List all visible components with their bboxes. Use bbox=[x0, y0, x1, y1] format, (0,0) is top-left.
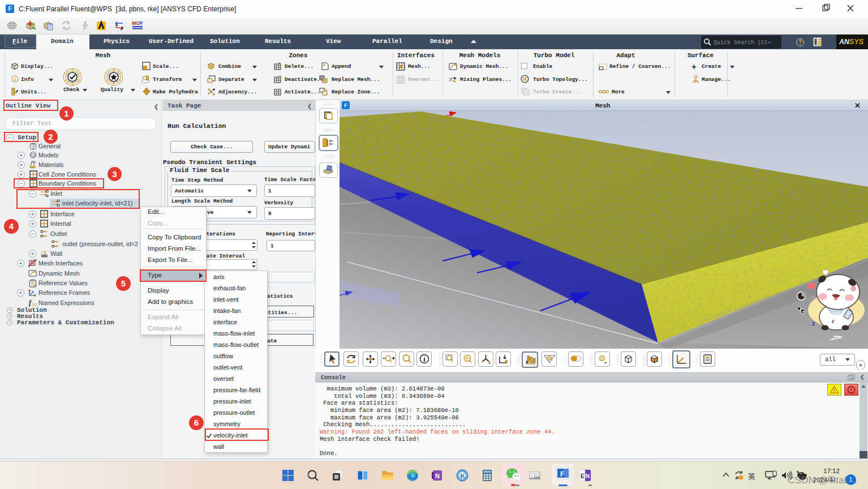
svg-text:z: z bbox=[812, 320, 815, 327]
svg-text:F: F bbox=[560, 470, 564, 478]
svg-text:MC: MC bbox=[132, 20, 140, 26]
svg-text:E: E bbox=[581, 473, 585, 479]
svg-text:P: P bbox=[115, 24, 118, 28]
svg-text:i: i bbox=[14, 76, 16, 82]
svg-text:N: N bbox=[586, 473, 590, 479]
svg-text:WB: WB bbox=[530, 471, 540, 478]
svg-text:(x): (x) bbox=[32, 302, 37, 307]
svg-text:N: N bbox=[435, 473, 440, 479]
svg-text:ε: ε bbox=[832, 317, 835, 325]
svg-text:K: K bbox=[461, 473, 466, 479]
svg-text:P: P bbox=[121, 27, 123, 31]
